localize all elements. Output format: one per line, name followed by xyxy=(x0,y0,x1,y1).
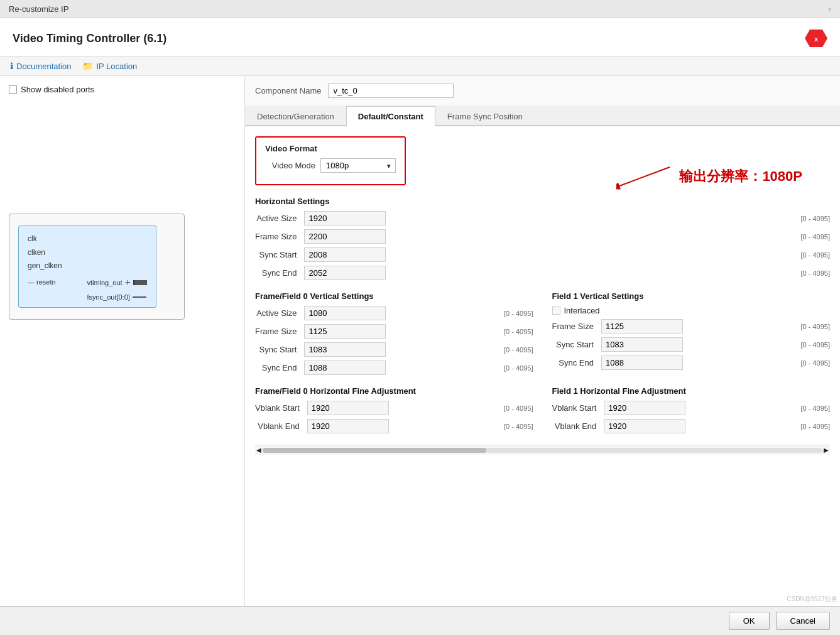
documentation-link[interactable]: ℹ Documentation xyxy=(10,61,71,71)
title-bar-arrow: › xyxy=(828,4,831,14)
port-fsync-label: fsync_out[0:0] xyxy=(87,293,130,301)
page-title: Video Timing Controller (6.1) xyxy=(13,32,166,45)
show-disabled-ports-row: Show disabled ports xyxy=(9,85,236,94)
tab-framesync[interactable]: Frame Sync Position xyxy=(435,106,535,126)
f0-active-size-input[interactable] xyxy=(304,306,386,320)
f1-sync-start-input[interactable] xyxy=(601,337,683,352)
title-bar-text: Re-customize IP xyxy=(9,4,68,14)
horizontal-settings-title: Horizontal Settings xyxy=(255,197,830,206)
h-active-size-input[interactable] xyxy=(304,211,386,225)
f1-vblank-start-input[interactable] xyxy=(604,401,685,415)
documentation-label: Documentation xyxy=(16,62,71,71)
f1-sync-end-label: Sync End xyxy=(552,358,596,367)
folder-icon: 📁 xyxy=(82,61,93,71)
annotation-text: 输出分辨率：1080P xyxy=(679,167,802,186)
annotation-arrow-icon xyxy=(616,161,673,192)
f1-sync-start-range: [0 - 4095] xyxy=(801,341,830,349)
f1-vblank-start-label: Vblank Start xyxy=(552,403,599,413)
h-sync-end-input[interactable] xyxy=(304,266,386,280)
f0-active-size-label: Active Size xyxy=(255,308,299,318)
scroll-right-arrow[interactable]: ▶ xyxy=(824,447,829,453)
info-icon: ℹ xyxy=(10,61,13,71)
xilinx-logo-icon: X xyxy=(805,27,827,50)
f0-vblank-start-input[interactable] xyxy=(307,401,389,415)
fine-adjustment-two-col: Frame/Field 0 Horizontal Fine Adjustment… xyxy=(255,386,830,445)
field0-vertical-title: Frame/Field 0 Vertical Settings xyxy=(255,291,533,301)
field0-horiz-fine-title: Frame/Field 0 Horizontal Fine Adjustment xyxy=(255,386,533,396)
main-header: Video Timing Controller (6.1) X xyxy=(0,18,840,57)
vertical-settings-two-col: Frame/Field 0 Vertical Settings Active S… xyxy=(255,291,830,386)
video-mode-select-wrapper[interactable]: 1080p 720p 480p 576p Custom xyxy=(320,158,396,173)
field1-vertical-section: Field 1 Vertical Settings Interlaced Fra… xyxy=(552,291,831,375)
h-sync-start-input[interactable] xyxy=(304,247,386,262)
block-diagram: clk clken gen_clken — resetn vtiming_out… xyxy=(9,214,185,320)
show-disabled-ports-checkbox[interactable] xyxy=(9,85,17,94)
f0-vblank-end-range: [0 - 4095] xyxy=(504,423,533,430)
h-sync-start-range: [0 - 4095] xyxy=(801,251,830,259)
f1-frame-size-label: Frame Size xyxy=(552,322,596,331)
scroll-left-arrow[interactable]: ◀ xyxy=(256,447,261,453)
f1-vblank-start-range: [0 - 4095] xyxy=(801,404,830,412)
h-frame-size-range: [0 - 4095] xyxy=(801,233,830,241)
content-area: Show disabled ports clk clken gen_clken … xyxy=(0,76,840,635)
scroll-track xyxy=(263,448,822,453)
f0-frame-size-input[interactable] xyxy=(304,324,386,339)
f1-frame-size-input[interactable] xyxy=(601,319,683,334)
svg-line-3 xyxy=(619,167,670,186)
video-mode-select[interactable]: 1080p 720p 480p 576p Custom xyxy=(320,158,396,173)
f0-vblank-end-label: Vblank End xyxy=(255,421,302,431)
component-name-label: Component Name xyxy=(255,86,322,95)
field0-horiz-fine-section: Frame/Field 0 Horizontal Fine Adjustment… xyxy=(255,386,533,433)
tab-content: 输出分辨率：1080P Video Format Video Mode 1080… xyxy=(245,126,840,467)
f1-vblank-end-input[interactable] xyxy=(604,419,685,433)
port-clk: clk xyxy=(28,232,147,246)
f0-sync-start-input[interactable] xyxy=(304,342,386,357)
video-format-section: Video Format Video Mode 1080p 720p 480p … xyxy=(255,136,406,185)
f0-frame-size-range: [0 - 4095] xyxy=(504,328,533,335)
port-clken: clken xyxy=(28,246,147,260)
field1-horiz-fine-title: Field 1 Horizontal Fine Adjustment xyxy=(552,386,831,396)
f1-sync-start-label: Sync Start xyxy=(552,340,596,349)
f1-vblank-end-label: Vblank End xyxy=(552,421,599,431)
field1-horiz-fine-section: Field 1 Horizontal Fine Adjustment Vblan… xyxy=(552,386,831,433)
component-name-input[interactable] xyxy=(328,84,454,98)
f0-vblank-end-input[interactable] xyxy=(307,419,389,433)
f1-vblank-end-range: [0 - 4095] xyxy=(801,423,830,430)
watermark: CSDN@9527任务 xyxy=(784,594,840,605)
f0-vblank-start-range: [0 - 4095] xyxy=(504,404,533,412)
port-resetn: — resetn xyxy=(28,277,87,286)
scroll-thumb[interactable] xyxy=(263,448,486,453)
ip-location-label: IP Location xyxy=(96,62,137,71)
annotation-area: 输出分辨率：1080P xyxy=(616,161,802,192)
h-frame-size-input[interactable] xyxy=(304,229,386,244)
block-ports-left: clk clken gen_clken xyxy=(28,232,147,273)
show-disabled-ports-label: Show disabled ports xyxy=(21,85,94,94)
h-sync-start-label: Sync Start xyxy=(255,250,299,259)
tab-default[interactable]: Default/Constant xyxy=(346,106,435,126)
interlaced-label: Interlaced xyxy=(564,306,600,315)
interlaced-checkbox[interactable] xyxy=(552,307,560,315)
f0-frame-size-label: Frame Size xyxy=(255,327,299,336)
horizontal-scrollbar[interactable]: ◀ ▶ xyxy=(255,445,830,455)
f0-sync-end-input[interactable] xyxy=(304,361,386,375)
f0-active-size-range: [0 - 4095] xyxy=(504,310,533,317)
tab-detection[interactable]: Detection/Generation xyxy=(245,106,346,126)
ip-location-link[interactable]: 📁 IP Location xyxy=(82,61,137,71)
video-mode-label: Video Mode xyxy=(265,161,315,170)
f0-sync-end-label: Sync End xyxy=(255,363,299,372)
component-name-row: Component Name xyxy=(245,76,840,106)
f0-sync-start-label: Sync Start xyxy=(255,345,299,354)
f1-sync-end-input[interactable] xyxy=(601,355,683,370)
right-panel[interactable]: Component Name Detection/Generation Defa… xyxy=(245,76,840,635)
port-fsync-line-icon xyxy=(133,296,146,298)
ok-button[interactable]: OK xyxy=(729,612,770,630)
tabs: Detection/Generation Default/Constant Fr… xyxy=(245,106,840,126)
h-active-size-range: [0 - 4095] xyxy=(801,215,830,222)
cancel-button[interactable]: Cancel xyxy=(776,612,830,630)
horizontal-settings-grid: Active Size [0 - 4095] Frame Size [0 - 4… xyxy=(255,211,830,280)
video-format-title: Video Format xyxy=(265,144,396,153)
h-sync-end-label: Sync End xyxy=(255,268,299,278)
interlaced-row: Interlaced xyxy=(552,306,831,315)
left-panel: Show disabled ports clk clken gen_clken … xyxy=(0,76,245,635)
svg-text:X: X xyxy=(814,36,818,43)
